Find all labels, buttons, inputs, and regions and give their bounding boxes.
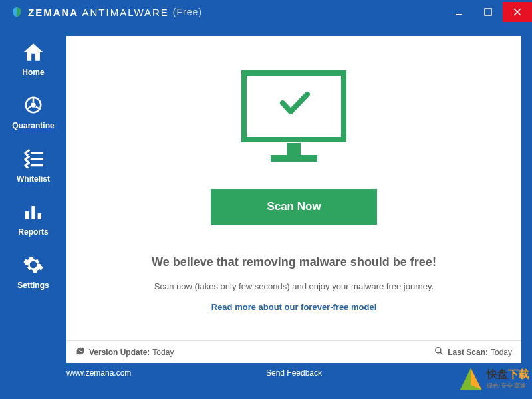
- main-panel: Scan Now We believe that removing malwar…: [66, 36, 521, 363]
- svg-rect-8: [287, 143, 301, 155]
- reports-icon: [21, 200, 45, 223]
- svg-rect-1: [485, 9, 491, 15]
- read-more-link[interactable]: Read more about our forever-free model: [211, 302, 377, 312]
- sidebar-item-label: Home: [22, 68, 44, 77]
- version-update-value: Today: [152, 348, 174, 357]
- maximize-button[interactable]: [473, 2, 503, 22]
- sidebar-item-label: Settings: [17, 281, 49, 290]
- whitelist-icon: [21, 146, 45, 170]
- close-icon: [513, 8, 521, 16]
- svg-rect-6: [38, 213, 41, 219]
- minimize-button[interactable]: [444, 2, 473, 22]
- titlebar: ZEMANA ANTIMALWARE (Free): [0, 0, 532, 24]
- main-heading: We believe that removing malware should …: [152, 255, 436, 269]
- svg-rect-4: [25, 211, 29, 219]
- main-subtext: Scan now (takes only few seconds) and en…: [154, 281, 434, 291]
- sidebar-item-label: Reports: [18, 227, 48, 237]
- watermark-overlay: 快盘下载 绿色·安全·高速: [456, 364, 529, 394]
- last-scan-value: Today: [491, 348, 512, 357]
- app-logo-icon: [11, 6, 23, 18]
- gear-icon: [21, 253, 45, 277]
- status-bar: Version Update: Today Last Scan: Today: [66, 340, 521, 363]
- monitor-check-icon: [231, 66, 357, 169]
- send-feedback-link[interactable]: Send Feedback: [266, 368, 322, 378]
- sidebar: Home Quarantine Whitelist Reports Settin…: [0, 40, 66, 290]
- watermark-icon: [456, 364, 485, 394]
- quarantine-icon: [21, 93, 45, 117]
- sidebar-item-whitelist[interactable]: Whitelist: [17, 146, 50, 184]
- sidebar-item-quarantine[interactable]: Quarantine: [12, 93, 54, 130]
- refresh-icon[interactable]: [76, 346, 85, 358]
- maximize-icon: [484, 8, 492, 16]
- svg-rect-0: [456, 14, 462, 15]
- svg-point-10: [436, 348, 441, 353]
- svg-point-3: [31, 104, 35, 107]
- sidebar-item-settings[interactable]: Settings: [17, 253, 49, 290]
- sidebar-item-home[interactable]: Home: [21, 40, 45, 77]
- sidebar-item-label: Whitelist: [17, 174, 50, 184]
- home-icon: [21, 40, 45, 64]
- app-title: ZEMANA ANTIMALWARE: [28, 7, 169, 18]
- svg-rect-5: [31, 206, 35, 219]
- minimize-icon: [455, 8, 463, 16]
- search-icon[interactable]: [434, 346, 444, 358]
- svg-rect-9: [271, 155, 317, 162]
- version-update-label: Version Update:: [89, 348, 150, 357]
- window-controls: [444, 2, 532, 22]
- app-edition: (Free): [173, 7, 202, 17]
- watermark-text: 快盘下载 绿色·安全·高速: [487, 368, 529, 390]
- footer-bar: www.zemana.com Send Feedback: [66, 363, 521, 383]
- last-scan-label: Last Scan:: [448, 348, 488, 357]
- website-link[interactable]: www.zemana.com: [66, 368, 131, 378]
- close-button[interactable]: [503, 2, 532, 22]
- sidebar-item-label: Quarantine: [12, 121, 54, 130]
- sidebar-item-reports[interactable]: Reports: [18, 200, 48, 237]
- scan-now-button[interactable]: Scan Now: [211, 189, 377, 225]
